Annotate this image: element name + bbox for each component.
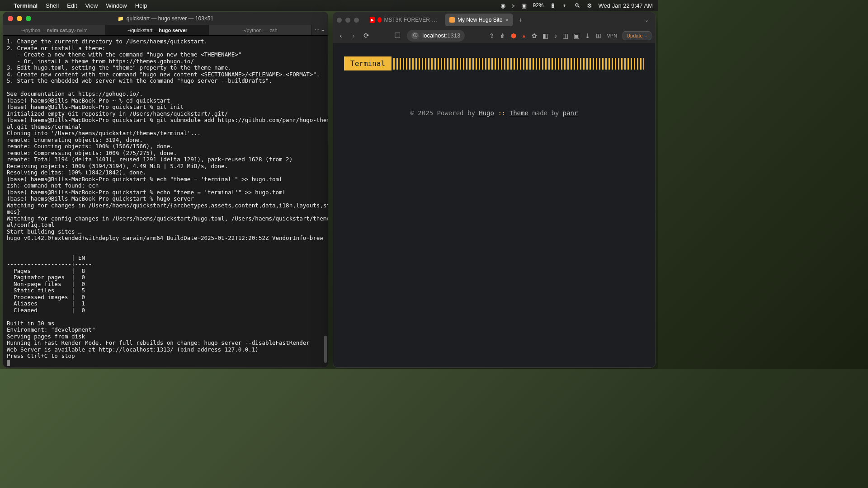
wifi-icon[interactable]: ᯤ bbox=[562, 2, 568, 9]
browser-toolbar: ‹ › ⟳ ☐ ⓘ localhost:1313 ⇪ ⋔ ⬢ ▲ ✿ ◧ ♪ ◫… bbox=[333, 28, 655, 44]
browser-maximize-button[interactable] bbox=[354, 18, 359, 23]
tab-close-button[interactable]: × bbox=[505, 17, 509, 23]
browser-window: ▶ MST3K FOREVER-a-thon - Y My New Hugo S… bbox=[333, 12, 656, 368]
browser-viewport[interactable]: Terminal © 2025 Powered by Hugo :: Theme… bbox=[333, 44, 655, 367]
tab-label-bold: -zsh bbox=[268, 28, 278, 33]
hamburger-icon: ≡ bbox=[645, 33, 647, 38]
url-bar[interactable]: ⓘ localhost:1313 bbox=[407, 30, 465, 42]
tab-dropdown-button[interactable]: ⌄ bbox=[642, 17, 651, 23]
footer-year: © 2025 bbox=[410, 109, 434, 117]
browser-traffic-lights bbox=[337, 18, 359, 23]
minimize-button[interactable] bbox=[17, 16, 22, 21]
tab-label-prefix: ~/quickstart — bbox=[127, 28, 159, 33]
new-tab-button[interactable]: + bbox=[321, 28, 324, 33]
terminal-tab-1[interactable]: ~/python — nvim cat.py › nvim bbox=[3, 25, 106, 35]
footer-powered-text: Powered by bbox=[437, 109, 475, 117]
menu-window[interactable]: Window bbox=[106, 2, 127, 9]
battery-icon[interactable]: 🔋︎ bbox=[550, 2, 556, 9]
terminal-tab-2[interactable]: ~/quickstart — hugo server bbox=[106, 25, 208, 35]
browser-tab-hugo[interactable]: My New Hugo Site × bbox=[445, 14, 513, 26]
terminal-window: 📁 quickstart — hugo server — 103×51 ~/py… bbox=[3, 12, 328, 368]
battery-percent: 92% bbox=[533, 2, 544, 9]
tab-label-suffix: › nvim bbox=[74, 28, 88, 33]
share-icon[interactable]: ⇪ bbox=[489, 32, 495, 39]
terminal-scrollbar[interactable] bbox=[324, 39, 327, 365]
bookmark-button[interactable]: ☐ bbox=[394, 31, 401, 40]
menu-view[interactable]: View bbox=[85, 2, 98, 9]
desktop: 📁 quickstart — hugo server — 103×51 ~/py… bbox=[0, 11, 658, 369]
footer-hugo-link[interactable]: Hugo bbox=[479, 109, 494, 117]
terminal-tab-3[interactable]: ~/python — -zsh bbox=[209, 25, 311, 35]
terminal-tab-controls: ⋯ + bbox=[311, 25, 328, 35]
header-stripes-decoration bbox=[393, 58, 644, 70]
terminal-title-text: quickstart — hugo server — 103×51 bbox=[127, 15, 213, 22]
control-center-icon[interactable]: ⚙︎ bbox=[587, 2, 592, 9]
download-icon[interactable]: ⤓ bbox=[585, 32, 590, 39]
hugo-site-logo[interactable]: Terminal bbox=[344, 56, 392, 70]
terminal-titlebar[interactable]: 📁 quickstart — hugo server — 103×51 bbox=[3, 12, 328, 25]
extension-icon-1[interactable]: ✿ bbox=[532, 32, 537, 39]
site-info-icon[interactable]: ⓘ bbox=[411, 32, 419, 39]
tab-label-bold: nvim cat.py bbox=[47, 28, 74, 33]
url-host: localhost bbox=[422, 32, 445, 39]
footer-author-link[interactable]: panr bbox=[563, 109, 578, 117]
terminal-tabs: ~/python — nvim cat.py › nvim ~/quicksta… bbox=[3, 25, 328, 36]
hugo-site-header: Terminal bbox=[333, 44, 655, 70]
extension-icon-2[interactable]: ◧ bbox=[542, 32, 548, 39]
bluetooth-icon[interactable]: ᚛ bbox=[512, 2, 515, 9]
reload-button[interactable]: ⟳ bbox=[362, 32, 370, 40]
back-button[interactable]: ‹ bbox=[337, 32, 345, 39]
close-button[interactable] bbox=[8, 16, 13, 21]
live-indicator-icon bbox=[377, 17, 382, 23]
search-icon[interactable]: 🔍︎ bbox=[575, 2, 580, 9]
tab-title: MST3K FOREVER-a-thon - Y bbox=[384, 17, 438, 23]
browser-tab-youtube[interactable]: ▶ MST3K FOREVER-a-thon - Y bbox=[365, 14, 442, 26]
url-port: :1313 bbox=[446, 32, 461, 39]
maximize-button[interactable] bbox=[26, 16, 31, 21]
extensions-puzzle-icon[interactable]: ⊞ bbox=[596, 32, 601, 39]
macos-menubar: Terminal Shell Edit View Window Help ◉ ᚛… bbox=[0, 0, 658, 11]
browser-close-button[interactable] bbox=[337, 18, 342, 23]
music-icon[interactable]: ♪ bbox=[554, 32, 557, 39]
terminal-content[interactable]: 1. Change the current directory to /User… bbox=[3, 36, 328, 367]
tab-title: My New Hugo Site bbox=[458, 17, 502, 23]
menu-shell[interactable]: Shell bbox=[46, 2, 59, 9]
menu-help[interactable]: Help bbox=[135, 2, 147, 9]
scrollbar-thumb[interactable] bbox=[324, 336, 327, 363]
terminal-title: 📁 quickstart — hugo server — 103×51 bbox=[118, 15, 213, 22]
sidebar-icon[interactable]: ◫ bbox=[562, 32, 568, 39]
browser-tabbar: ▶ MST3K FOREVER-a-thon - Y My New Hugo S… bbox=[333, 12, 655, 28]
forward-button[interactable]: › bbox=[349, 32, 358, 39]
tab-overflow-icon[interactable]: ⋯ bbox=[315, 27, 320, 33]
terminal-output: 1. Change the current directory to /User… bbox=[7, 38, 328, 359]
menu-edit[interactable]: Edit bbox=[67, 2, 77, 9]
tab-label-prefix: ~/python — bbox=[242, 28, 268, 33]
update-button[interactable]: Update ≡ bbox=[623, 31, 651, 40]
browser-minimize-button[interactable] bbox=[345, 18, 350, 23]
menubar-datetime[interactable]: Wed Jan 22 9:47 AM bbox=[599, 2, 653, 9]
hugo-site-footer: © 2025 Powered by Hugo :: Theme made by … bbox=[333, 109, 655, 117]
tab-label-bold: hugo server bbox=[159, 28, 187, 33]
youtube-favicon-icon: ▶ bbox=[370, 17, 375, 23]
new-tab-button[interactable]: + bbox=[516, 16, 525, 23]
footer-separator: :: bbox=[498, 109, 505, 117]
display-icon[interactable]: ▣ bbox=[521, 2, 527, 9]
brave-rewards-icon[interactable]: ▲ bbox=[522, 33, 527, 38]
update-label: Update bbox=[627, 33, 642, 38]
traffic-lights bbox=[8, 16, 31, 21]
terminal-cursor bbox=[7, 360, 10, 366]
wallet-icon[interactable]: ▣ bbox=[574, 32, 580, 39]
footer-made-text: made by bbox=[532, 109, 559, 117]
rss-icon[interactable]: ⋔ bbox=[500, 32, 505, 39]
folder-icon: 📁 bbox=[118, 16, 124, 22]
vpn-label[interactable]: VPN bbox=[607, 33, 617, 38]
tab-label-prefix: ~/python — bbox=[21, 28, 47, 33]
hugo-favicon-icon bbox=[449, 17, 455, 23]
menubar-app-name[interactable]: Terminal bbox=[14, 2, 38, 9]
record-icon[interactable]: ◉ bbox=[500, 2, 505, 9]
brave-shield-icon[interactable]: ⬢ bbox=[511, 32, 516, 39]
footer-theme-link[interactable]: Theme bbox=[509, 109, 528, 117]
